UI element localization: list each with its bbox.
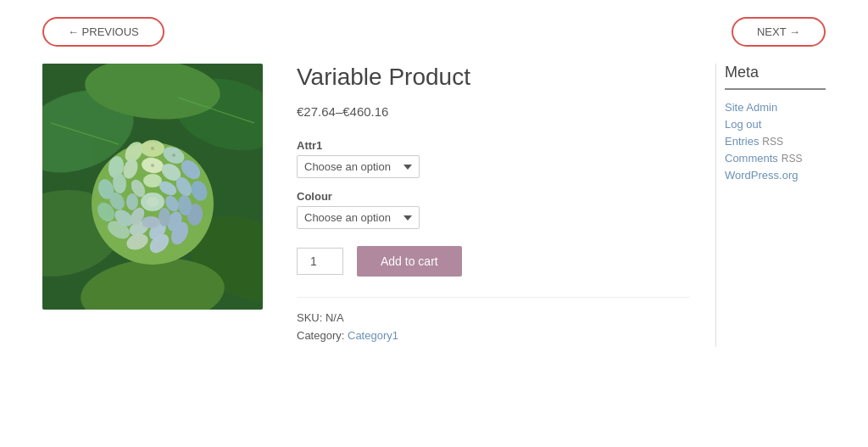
attr1-row: Attr1 Choose an option [297, 139, 690, 178]
quantity-input[interactable] [297, 248, 343, 275]
attr1-select[interactable]: Choose an option [297, 155, 420, 178]
previous-button[interactable]: ← PREVIOUS [42, 17, 164, 47]
comments-rss-label: RSS [782, 153, 803, 165]
svg-point-46 [151, 164, 154, 167]
list-item: Comments RSS [725, 151, 826, 165]
colour-label: Colour [297, 190, 690, 203]
main-content: Variable Product €27.64–€460.16 Attr1 Ch… [25, 64, 843, 347]
svg-point-44 [151, 147, 154, 150]
list-item: WordPress.org [725, 168, 826, 182]
sku-row: SKU: N/A [297, 311, 690, 324]
entries-rss-label: RSS [762, 136, 783, 148]
svg-point-43 [147, 197, 159, 207]
page-wrapper: ← PREVIOUS NEXT → [0, 0, 868, 364]
category-link[interactable]: Category1 [348, 329, 398, 342]
colour-row: Colour Choose an option [297, 190, 690, 229]
list-item: Entries RSS [725, 134, 826, 148]
product-image-svg [42, 64, 263, 310]
sidebar-links: Site Admin Log out Entries RSS Comments … [725, 100, 826, 182]
svg-point-40 [126, 193, 138, 210]
colour-select[interactable]: Choose an option [297, 206, 420, 229]
category-row: Category: Category1 [297, 329, 690, 342]
product-price: €27.64–€460.16 [297, 104, 690, 119]
svg-point-38 [142, 216, 160, 228]
product-image-col [42, 64, 263, 347]
add-to-cart-button[interactable]: Add to cart [357, 246, 462, 277]
site-admin-link[interactable]: Site Admin [725, 101, 777, 114]
product-meta: SKU: N/A Category: Category1 [297, 297, 690, 342]
sidebar-divider [725, 88, 826, 90]
log-out-link[interactable]: Log out [725, 118, 761, 131]
attr1-label: Attr1 [297, 139, 690, 152]
svg-point-34 [143, 174, 162, 187]
nav-row: ← PREVIOUS NEXT → [25, 17, 843, 47]
category-label: Category: [297, 329, 344, 342]
sku-label: SKU: [297, 311, 322, 324]
product-details-col: Variable Product €27.64–€460.16 Attr1 Ch… [288, 64, 690, 347]
product-title: Variable Product [297, 64, 690, 91]
next-button[interactable]: NEXT → [732, 17, 826, 47]
list-item: Site Admin [725, 100, 826, 114]
svg-point-45 [172, 154, 175, 157]
sidebar-title: Meta [725, 64, 826, 81]
product-image [42, 64, 263, 310]
sku-value: N/A [326, 311, 344, 324]
wordpress-link[interactable]: WordPress.org [725, 169, 798, 182]
list-item: Log out [725, 117, 826, 131]
quantity-cart-row: Add to cart [297, 246, 690, 277]
entries-link[interactable]: Entries [725, 135, 759, 148]
comments-link[interactable]: Comments [725, 152, 778, 165]
svg-point-37 [159, 208, 170, 226]
sidebar: Meta Site Admin Log out Entries RSS Comm… [715, 64, 826, 347]
